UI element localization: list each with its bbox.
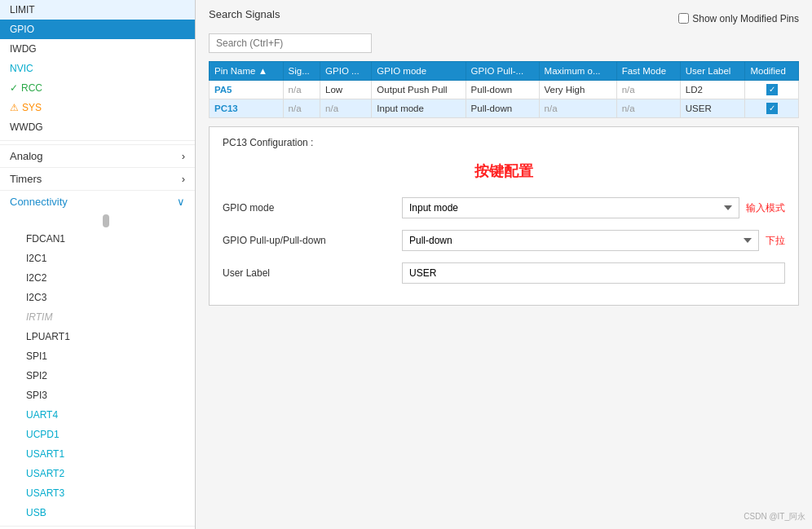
config-row-user-label: User Label: [223, 262, 785, 284]
max-pc13: n/a: [539, 99, 616, 118]
config-center-title: 按键配置: [223, 161, 785, 181]
config-section: PC13 Configuration : 按键配置 GPIO mode Inpu…: [209, 126, 799, 306]
sidebar-item-spi3[interactable]: SPI3: [16, 386, 195, 405]
sidebar-item-iwdg[interactable]: IWDG: [0, 39, 195, 59]
watermark: CSDN @IT_阿永: [744, 511, 805, 522]
sidebar: LIMIT GPIO IWDG NVIC ✓RCC ⚠SYS WWDG Anal…: [0, 0, 196, 529]
scroll-handle[interactable]: [103, 214, 109, 227]
sidebar-section-timers[interactable]: Timers ›: [0, 167, 195, 190]
warn-icon: ⚠: [10, 102, 19, 113]
pin-pa5: PA5: [210, 81, 284, 99]
sidebar-item-spi2[interactable]: SPI2: [16, 366, 195, 386]
gpio-mode-select[interactable]: Input mode Output Push Pull Output Open …: [402, 197, 739, 218]
sidebar-item-usart2[interactable]: USART2: [16, 464, 195, 483]
check-icon: ✓: [10, 82, 18, 94]
config-row-gpio-pull: GPIO Pull-up/Pull-down Pull-down No pull…: [223, 230, 785, 251]
max-pa5: Very High: [539, 81, 616, 99]
label-pc13: USER: [680, 99, 745, 118]
sidebar-section-connectivity[interactable]: Connectivity ∨: [0, 190, 195, 213]
col-gpio-mode[interactable]: GPIO mode: [372, 62, 466, 81]
col-gpio[interactable]: GPIO ...: [320, 62, 372, 81]
mode-pc13: Input mode: [372, 99, 466, 118]
sidebar-item-gpio[interactable]: GPIO: [0, 20, 195, 39]
search-input[interactable]: [209, 33, 372, 53]
col-max[interactable]: Maximum o...: [539, 62, 616, 81]
sidebar-item-uart4[interactable]: UART4: [16, 405, 195, 425]
divider-1: [0, 140, 195, 141]
signal-table: Pin Name ▲ Sig... GPIO ... GPIO mode GPI…: [209, 61, 799, 118]
sidebar-item-usart3[interactable]: USART3: [16, 483, 195, 503]
gpio-pull-annotation: 下拉: [766, 234, 785, 248]
sig-pa5: n/a: [283, 81, 320, 99]
mode-pa5: Output Push Pull: [372, 81, 466, 99]
main-content: Search Signals Show only Modified Pins P…: [196, 0, 812, 529]
fast-pa5: n/a: [616, 81, 680, 99]
sidebar-section-analog[interactable]: Analog ›: [0, 144, 195, 167]
checked-icon: ✓: [766, 84, 778, 95]
show-modified-container: Show only Modified Pins: [678, 13, 799, 24]
sidebar-item-i2c2[interactable]: I2C2: [16, 268, 195, 288]
config-label-gpio-pull: GPIO Pull-up/Pull-down: [223, 235, 402, 246]
sig-pc13: n/a: [283, 99, 320, 118]
pull-pc13: Pull-down: [466, 99, 539, 118]
label-pa5: LD2: [680, 81, 745, 99]
checked-icon-2: ✓: [766, 103, 778, 114]
sidebar-item-i2c3[interactable]: I2C3: [16, 288, 195, 307]
col-pin-name[interactable]: Pin Name ▲: [210, 62, 284, 81]
sidebar-item-fdcan1[interactable]: FDCAN1: [16, 229, 195, 249]
fast-pc13: n/a: [616, 99, 680, 118]
table-row[interactable]: PC13 n/a n/a Input mode Pull-down n/a n/…: [210, 99, 799, 118]
pin-pc13: PC13: [210, 99, 284, 118]
connectivity-sub: FDCAN1 I2C1 I2C2 I2C3 IRTIM LPUART1 SPI1…: [0, 214, 195, 522]
sidebar-item-nvic[interactable]: NVIC: [0, 59, 195, 78]
search-signals-title: Search Signals: [209, 8, 280, 20]
gpio-pa5: Low: [320, 81, 372, 99]
modified-pc13: ✓: [745, 99, 799, 118]
search-bar: [209, 33, 799, 53]
show-modified-label: Show only Modified Pins: [692, 13, 799, 24]
sidebar-item-sys[interactable]: ⚠SYS: [0, 98, 195, 117]
sidebar-item-wwdg[interactable]: WWDG: [0, 117, 195, 137]
divider-2: [0, 526, 195, 527]
chevron-right-icon-2: ›: [182, 173, 185, 185]
col-gpio-pull[interactable]: GPIO Pull-...: [466, 62, 539, 81]
sidebar-item-usb[interactable]: USB: [16, 503, 195, 522]
gpio-pull-select[interactable]: Pull-down No pull-up and no pull-down Pu…: [402, 230, 759, 251]
chevron-right-icon: ›: [182, 150, 185, 162]
chevron-down-icon: ∨: [177, 196, 185, 208]
col-user-label[interactable]: User Label: [680, 62, 745, 81]
table-row[interactable]: PA5 n/a Low Output Push Pull Pull-down V…: [210, 81, 799, 99]
sidebar-item-spi1[interactable]: SPI1: [16, 346, 195, 366]
sidebar-item-rcc[interactable]: ✓RCC: [0, 78, 195, 98]
sidebar-item-lpuart1[interactable]: LPUART1: [16, 327, 195, 346]
sidebar-item-limit[interactable]: LIMIT: [0, 0, 195, 20]
show-modified-checkbox[interactable]: [678, 13, 689, 24]
sidebar-item-ucpd1[interactable]: UCPD1: [16, 425, 195, 444]
user-label-input[interactable]: [402, 262, 785, 284]
sidebar-item-irtim[interactable]: IRTIM: [16, 307, 195, 327]
sidebar-item-usart1[interactable]: USART1: [16, 444, 195, 464]
pull-pa5: Pull-down: [466, 81, 539, 99]
sidebar-item-i2c1[interactable]: I2C1: [16, 249, 195, 268]
gpio-mode-annotation: 输入模式: [746, 201, 785, 215]
col-modified[interactable]: Modified: [745, 62, 799, 81]
config-title: PC13 Configuration :: [223, 137, 785, 148]
gpio-pc13: n/a: [320, 99, 372, 118]
config-row-gpio-mode: GPIO mode Input mode Output Push Pull Ou…: [223, 197, 785, 218]
col-fast[interactable]: Fast Mode: [616, 62, 680, 81]
modified-pa5: ✓: [745, 81, 799, 99]
config-label-gpio-mode: GPIO mode: [223, 202, 402, 214]
col-sig[interactable]: Sig...: [283, 62, 320, 81]
config-label-user-label: User Label: [223, 267, 402, 279]
